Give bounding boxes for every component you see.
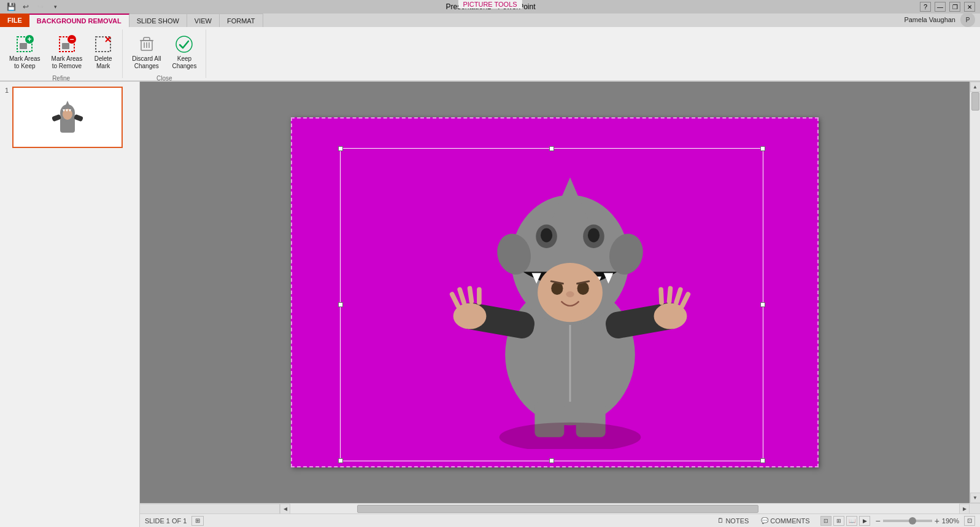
close-buttons: Discard AllChanges KeepChanges	[128, 31, 201, 74]
quick-access-save[interactable]: 💾	[5, 1, 17, 12]
svg-point-61	[566, 291, 574, 297]
handle-middle-left[interactable]	[338, 302, 343, 307]
svg-line-39	[676, 289, 681, 302]
quick-access-redo[interactable]: ↪	[34, 1, 47, 12]
keep-changes-button[interactable]: KeepChanges	[168, 31, 201, 74]
scroll-thumb-horizontal[interactable]	[357, 505, 758, 513]
handle-top-left[interactable]	[338, 146, 343, 151]
thumbnail-image	[49, 96, 86, 139]
svg-line-33	[460, 289, 464, 302]
svg-line-32	[452, 294, 458, 306]
svg-point-48	[588, 228, 600, 242]
mark-areas-remove-label: Mark Areasto Remove	[52, 55, 83, 70]
tab-view[interactable]: VIEW	[187, 14, 220, 27]
handle-middle-right[interactable]	[760, 302, 765, 307]
picture-tools-label: PICTURE TOOLS	[458, 0, 522, 9]
canvas-row: ▲ ▼	[140, 82, 980, 503]
handle-bottom-left[interactable]	[338, 458, 343, 463]
svg-text:+: +	[28, 35, 32, 44]
title-bar: 💾 ↩ ↪ ▾ PICTURE TOOLS Presentation1 - Po…	[0, 0, 980, 14]
status-right: 🗒 NOTES 💬 COMMENTS ⊡ ⊞ 📖 ▶ −	[714, 516, 975, 526]
mark-areas-remove-icon: −	[57, 34, 77, 54]
zoom-slider[interactable]	[883, 520, 932, 522]
discard-all-changes-label: Discard AllChanges	[132, 55, 161, 70]
tabs-row: FILE BACKGROUND REMOVAL SLIDE SHOW VIEW …	[0, 14, 980, 27]
zoom-percent: 190%	[942, 517, 959, 525]
mark-areas-keep-button[interactable]: + Mark Areasto Keep	[5, 31, 45, 74]
scroll-down-button[interactable]: ▼	[970, 493, 981, 503]
slide-view-toggle[interactable]: ⊞	[191, 516, 204, 526]
zoom-control: − + 190%	[875, 516, 959, 526]
bottom-scrollbar: ◀ ▶	[140, 503, 980, 513]
mark-areas-keep-label: Mark Areasto Keep	[9, 55, 41, 70]
scroll-thumb-vertical[interactable]	[971, 92, 979, 111]
slide-thumbnail-container: 1	[5, 87, 134, 148]
restore-button[interactable]: ❐	[949, 2, 960, 12]
slide-canvas[interactable]	[291, 117, 819, 467]
reading-view-button[interactable]: 📖	[846, 516, 857, 526]
svg-line-40	[669, 288, 671, 301]
keep-changes-label: KeepChanges	[172, 55, 196, 70]
main-area: 1	[0, 82, 980, 527]
title-bar-left: 💾 ↩ ↪ ▾	[5, 1, 61, 12]
ribbon-group-close: Discard AllChanges KeepChanges Close	[123, 29, 206, 78]
comments-label: COMMENTS	[770, 517, 809, 525]
mark-areas-remove-button[interactable]: − Mark Areasto Remove	[47, 31, 87, 74]
svg-point-46	[541, 228, 552, 242]
minimize-button[interactable]: —	[935, 2, 946, 12]
ribbon-group-refine: + Mark Areasto Keep −	[0, 29, 123, 78]
handle-top-right[interactable]	[760, 146, 765, 151]
handle-bottom-right[interactable]	[760, 458, 765, 463]
quick-access-undo[interactable]: ↩	[20, 1, 32, 12]
refine-group-label: Refine	[52, 74, 70, 82]
user-avatar[interactable]: P	[960, 12, 975, 27]
child-shark-image	[417, 142, 723, 449]
view-controls: ⊡ ⊞ 📖 ▶	[820, 516, 870, 526]
notes-button[interactable]: 🗒 NOTES	[714, 517, 752, 525]
corner-box	[970, 504, 980, 514]
tab-format[interactable]: FORMAT	[220, 14, 263, 27]
status-left: SLIDE 1 OF 1 ⊞	[145, 516, 204, 526]
slide-sorter-button[interactable]: ⊞	[833, 516, 844, 526]
svg-line-38	[682, 294, 689, 306]
keep-changes-icon	[174, 34, 194, 54]
discard-all-changes-button[interactable]: Discard AllChanges	[128, 31, 165, 74]
comments-button[interactable]: 💬 COMMENTS	[757, 517, 813, 525]
fit-slide-button[interactable]: ⊡	[964, 516, 975, 526]
slide-thumbnail[interactable]	[12, 87, 123, 148]
normal-view-button[interactable]: ⊡	[820, 516, 831, 526]
svg-point-64	[500, 423, 641, 449]
right-scrollbar: ▲ ▼	[970, 82, 980, 503]
delete-mark-icon	[93, 34, 113, 54]
svg-rect-7	[62, 43, 69, 49]
delete-mark-label: DeleteMark	[95, 55, 112, 70]
handle-bottom-center[interactable]	[549, 458, 554, 463]
scroll-track-vertical[interactable]	[970, 92, 980, 493]
scroll-track-horizontal[interactable]	[290, 504, 959, 513]
slide-info: SLIDE 1 OF 1	[145, 517, 187, 525]
canvas-column: ▲ ▼ ◀ ▶ SLIDE 1 OF 1 ⊞	[140, 82, 980, 527]
close-button[interactable]: ✕	[964, 2, 975, 12]
svg-line-41	[661, 289, 662, 302]
quick-access-customize[interactable]: ▾	[49, 1, 61, 12]
zoom-plus-button[interactable]: +	[935, 516, 939, 526]
ribbon-buttons: + Mark Areasto Keep −	[0, 27, 980, 81]
scroll-up-button[interactable]: ▲	[970, 82, 981, 92]
slideshow-button[interactable]: ▶	[859, 516, 870, 526]
tab-slide-show[interactable]: SLIDE SHOW	[129, 14, 187, 27]
slide-thumb-inner	[14, 88, 122, 147]
zoom-minus-button[interactable]: −	[875, 516, 880, 526]
scroll-right-button[interactable]: ▶	[959, 504, 970, 514]
mark-areas-keep-icon: +	[15, 34, 34, 54]
help-button[interactable]: ?	[920, 2, 931, 12]
tab-file[interactable]: FILE	[0, 14, 29, 27]
zoom-slider-thumb[interactable]	[909, 517, 916, 525]
slide-number: 1	[5, 87, 9, 94]
ribbon: FILE BACKGROUND REMOVAL SLIDE SHOW VIEW …	[0, 14, 980, 82]
svg-rect-3	[20, 43, 27, 49]
canvas-area	[140, 82, 970, 503]
tab-background-removal[interactable]: BACKGROUND REMOVAL	[29, 14, 129, 27]
scroll-left-button[interactable]: ◀	[280, 504, 290, 514]
delete-mark-button[interactable]: DeleteMark	[89, 31, 117, 74]
user-name: Pamela Vaughan	[904, 16, 955, 23]
